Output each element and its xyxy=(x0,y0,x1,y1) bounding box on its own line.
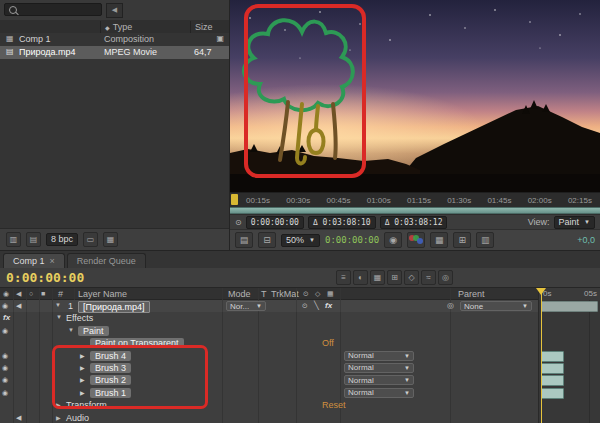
expand-arrow-icon[interactable]: ▼ xyxy=(55,302,61,308)
expand-arrow-icon[interactable]: ▶ xyxy=(80,376,85,383)
tab-render-queue[interactable]: Render Queue xyxy=(67,253,146,268)
audio-icon[interactable]: ◀ xyxy=(16,302,21,310)
current-time-indicator-head[interactable] xyxy=(536,288,546,295)
solo-icon[interactable]: ○ xyxy=(29,290,33,297)
property-label: Brush 4 xyxy=(90,351,131,361)
current-time-indicator[interactable] xyxy=(541,289,542,423)
interpret-footage-icon[interactable]: ▥ xyxy=(6,232,21,247)
brush-mode-select[interactable]: Normal▼ xyxy=(344,375,414,385)
search-collapse-button[interactable]: ◀ xyxy=(106,3,123,18)
blend-mode-select[interactable]: Nor...▼ xyxy=(226,301,266,311)
hide-shy-layers-icon[interactable]: ▦ xyxy=(370,270,385,285)
always-preview-icon[interactable]: ▤ xyxy=(235,232,253,248)
eye-icon[interactable]: ◉ xyxy=(2,327,8,335)
search-input[interactable] xyxy=(4,3,102,16)
brush-mode-select[interactable]: Normal▼ xyxy=(344,363,414,373)
brush-duration-bar[interactable] xyxy=(541,363,564,374)
snapshot-icon[interactable]: ◉ xyxy=(384,232,402,248)
draft-3d-icon[interactable]: ◐ xyxy=(353,270,368,285)
close-icon[interactable]: × xyxy=(50,254,55,268)
viewer-timecode[interactable]: 0:00:00:00 xyxy=(325,235,379,245)
brush-duration-bar[interactable] xyxy=(541,351,564,362)
brainstorm-icon[interactable]: ≈ xyxy=(421,270,436,285)
column-header-parent[interactable]: Parent xyxy=(458,289,485,299)
property-reset-link[interactable]: Reset xyxy=(322,400,346,410)
viewer-current-time[interactable]: 0:00:00:00 xyxy=(246,216,304,229)
layer-row[interactable]: ◉ ◀ ▼ 1 [Природа.mp4] Nor...▼ ⊙ ╲ fx ◎ N… xyxy=(0,300,600,312)
zoom-select[interactable]: 50%▼ xyxy=(281,234,320,247)
switches-header-icon: ⊙ xyxy=(303,290,309,298)
graph-editor-icon[interactable]: ◎ xyxy=(438,270,453,285)
column-header-trkmat[interactable]: TrkMat xyxy=(271,289,299,299)
property-row-paint[interactable]: ◉ ▼ Paint xyxy=(0,325,600,337)
expand-arrow-icon[interactable]: ▼ xyxy=(56,314,62,320)
new-folder-icon[interactable]: ▤ xyxy=(26,232,41,247)
eye-icon[interactable]: ◉ xyxy=(2,389,8,397)
expand-arrow-icon[interactable]: ▶ xyxy=(80,364,85,371)
pickwhip-icon[interactable]: ◎ xyxy=(447,301,454,310)
expand-arrow-icon[interactable]: ▶ xyxy=(80,389,85,396)
magnification-icon[interactable]: ⊟ xyxy=(258,232,276,248)
property-row-brush2[interactable]: ◉ ▶ Brush 2 Normal▼ xyxy=(0,374,600,386)
quality-switch-icon[interactable]: ╲ xyxy=(314,301,319,310)
exposure-offset[interactable]: +0,0 xyxy=(577,235,595,245)
expand-arrow-icon[interactable]: ▼ xyxy=(68,327,74,333)
delete-item-icon[interactable]: ▭ xyxy=(83,232,98,247)
eye-icon[interactable]: ◉ xyxy=(2,364,8,372)
layer-track[interactable] xyxy=(538,300,600,312)
property-row-brush3[interactable]: ◉ ▶ Brush 3 Normal▼ xyxy=(0,362,600,374)
brush-mode-select[interactable]: Normal▼ xyxy=(344,388,414,398)
property-row-effects[interactable]: fx ▼ Effects xyxy=(0,312,600,324)
column-header-mode[interactable]: Mode xyxy=(228,289,251,299)
new-composition-icon[interactable]: ▦ xyxy=(103,232,118,247)
show-channel-icon[interactable] xyxy=(407,232,425,248)
expand-arrow-icon[interactable]: ▶ xyxy=(56,401,61,408)
motion-blur-icon[interactable]: ◇ xyxy=(404,270,419,285)
eye-icon[interactable]: ◉ xyxy=(2,376,8,384)
project-row-footage[interactable]: ▤ Природа.mp4 MPEG Movie 64,7 xyxy=(0,46,229,59)
audio-icon[interactable]: ◀ xyxy=(16,290,21,298)
parent-select[interactable]: None▼ xyxy=(460,301,532,311)
fx-switch-icon[interactable]: fx xyxy=(325,301,332,310)
timeline-panel: Comp 1× Render Queue 0:00:00:00 ≡ ◐ ▦ ⊞ … xyxy=(0,250,600,423)
project-bit-depth-button[interactable]: 8 bpc xyxy=(46,233,78,246)
eye-icon[interactable]: ◉ xyxy=(3,290,9,298)
property-row-audio[interactable]: ◀ ▶ Audio xyxy=(0,412,600,423)
project-row-comp[interactable]: ▦ Comp 1 Composition ▣ xyxy=(0,33,229,46)
timeline-current-timecode[interactable]: 0:00:00:00 xyxy=(6,270,84,285)
eye-icon[interactable]: ◉ xyxy=(2,352,8,360)
property-row-brush4[interactable]: ◉ ▶ Brush 4 Normal▼ xyxy=(0,350,600,362)
viewer-time-ruler[interactable]: 00:15s 00:30s 00:45s 01:00s 01:15s 01:30… xyxy=(230,192,600,207)
column-header-layer-name[interactable]: Layer Name xyxy=(78,289,127,299)
layer-name[interactable]: [Природа.mp4] xyxy=(78,301,150,313)
viewer-current-time-marker[interactable] xyxy=(231,194,238,205)
collapse-switch-icon[interactable]: ⊙ xyxy=(302,302,308,310)
comp-mini-flowchart-icon[interactable]: ≡ xyxy=(336,270,351,285)
region-of-interest-icon[interactable]: ⊞ xyxy=(453,232,471,248)
ruler-time: 00:15s xyxy=(246,196,270,205)
lock-icon[interactable]: ■ xyxy=(41,290,45,297)
column-header-size[interactable]: Size xyxy=(190,21,213,33)
tab-comp1[interactable]: Comp 1× xyxy=(3,253,65,268)
transparency-grid-icon[interactable]: ▥ xyxy=(476,232,494,248)
column-header-type[interactable]: ◆Type xyxy=(100,21,132,33)
eye-icon[interactable]: ◉ xyxy=(2,302,8,310)
composition-image[interactable] xyxy=(230,0,600,192)
frame-blend-icon[interactable]: ⊞ xyxy=(387,270,402,285)
property-row-paint-on-transparent[interactable]: Paint on Transparent Off xyxy=(0,337,600,349)
expand-arrow-icon[interactable]: ▶ xyxy=(80,352,85,359)
view-select[interactable]: Paint▼ xyxy=(554,216,595,229)
property-track xyxy=(538,399,600,411)
brush-mode-select[interactable]: Normal▼ xyxy=(344,351,414,361)
audio-icon[interactable]: ◀ xyxy=(16,414,21,422)
viewer-work-area-bar[interactable] xyxy=(230,207,600,214)
expand-arrow-icon[interactable]: ▶ xyxy=(56,414,61,421)
property-value-toggle[interactable]: Off xyxy=(322,338,334,348)
brush-duration-bar[interactable] xyxy=(541,375,564,386)
resolution-icon[interactable]: ▦ xyxy=(430,232,448,248)
property-row-brush1[interactable]: ◉ ▶ Brush 1 Normal▼ xyxy=(0,387,600,399)
brush-duration-bar[interactable] xyxy=(541,388,564,399)
property-row-transform[interactable]: ▶ Transform Reset xyxy=(0,399,600,411)
after-effects-window: ◀ ◆Type Size ▦ Comp 1 Composition ▣ ▤ Пр… xyxy=(0,0,600,423)
layer-duration-bar[interactable] xyxy=(541,301,598,312)
